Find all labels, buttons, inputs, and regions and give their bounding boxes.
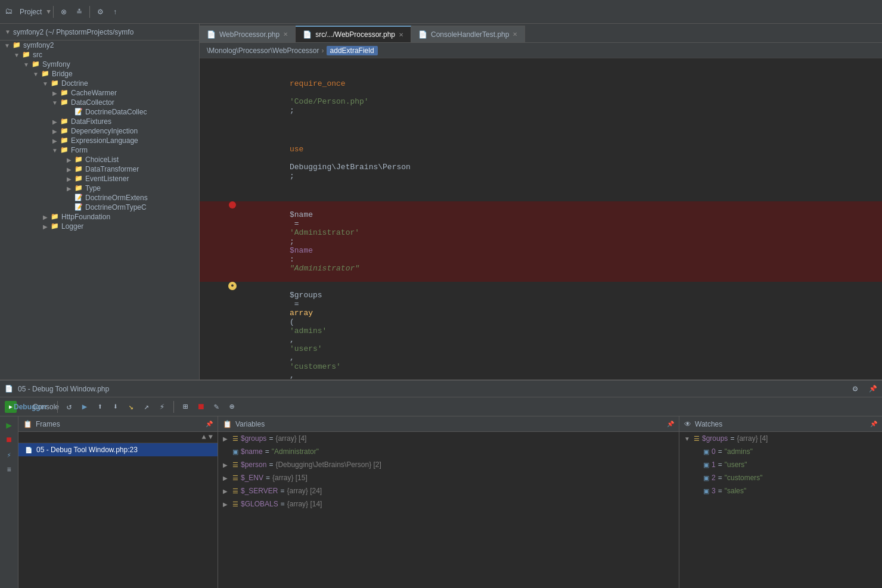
toolbar-btn-settings[interactable]: ⚙ xyxy=(92,7,108,17)
tree-item-ormextens[interactable]: 📝 DoctrineOrmExtens xyxy=(0,193,199,203)
tab-close-1[interactable]: ✕ xyxy=(283,31,288,38)
tab-console[interactable]: Console xyxy=(39,400,52,413)
tree-item-logger[interactable]: ▶ 📁 Logger xyxy=(0,222,199,231)
var-row-person[interactable]: ▶ ☰ $person = {Debugging\JetBrains\Perso… xyxy=(218,458,679,471)
tab-close-3[interactable]: ✕ xyxy=(513,31,517,38)
var-row-globals[interactable]: ▶ ☰ $GLOBALS = {array} [14] xyxy=(218,497,679,511)
frames-pin[interactable]: 📌 xyxy=(206,421,213,427)
var-row-name[interactable]: ▣ $name = "Administrator" xyxy=(218,445,679,458)
tree-item-datafixtures[interactable]: ▶ 📁 DataFixtures xyxy=(0,117,199,126)
watch-expand-groups[interactable]: ▼ xyxy=(684,435,694,442)
variables-pin[interactable]: 📌 xyxy=(667,421,674,427)
tree-item-depinjection[interactable]: ▶ 📁 DependencyInjection xyxy=(0,126,199,136)
watch-row-groups[interactable]: ▼ ☰ $groups = {array} [4] xyxy=(679,432,882,445)
var-str-icon-name: ▣ xyxy=(232,448,238,456)
var-name-groups: $groups xyxy=(241,434,266,443)
sidebar-header: ▼ symfony2 (~/ PhpstormProjects/symfo xyxy=(0,24,199,41)
tree-item-bridge[interactable]: ▼ 📁 Bridge xyxy=(0,69,199,79)
debug-btn-stop[interactable]: ⏹ xyxy=(194,400,207,413)
debug-settings-btn[interactable]: ⚙ xyxy=(849,382,862,396)
debug-btn-stepover[interactable]: ⬆ xyxy=(94,400,107,413)
tree-item-type[interactable]: ▶ 📁 Type xyxy=(0,183,199,193)
tree-arrow-datacollector: ▼ xyxy=(50,99,60,106)
toolbar-separator-1 xyxy=(53,6,54,18)
line-marker-groups[interactable]: ● xyxy=(226,282,238,290)
var-row-server[interactable]: ▶ ☰ $_SERVER = {array} [24] xyxy=(218,484,679,497)
tree-item-doctrine[interactable]: ▼ 📁 Doctrine xyxy=(0,79,199,88)
expand-server[interactable]: ▶ xyxy=(223,488,232,494)
warning-marker-groups: ● xyxy=(228,282,237,290)
tree-arrow-httpfoundation: ▶ xyxy=(41,214,50,220)
tab-close-2[interactable]: ✕ xyxy=(399,32,403,38)
breadcrumb-bar: \Monolog\Processor\WebProcessor › addExt… xyxy=(200,43,882,58)
debug-btn-extra[interactable]: ⚡ xyxy=(156,400,169,413)
var-row-groups[interactable]: ▶ ☰ $groups = {array} [4] xyxy=(218,432,679,445)
tree-item-cachewarmer[interactable]: ▶ 📁 CacheWarmer xyxy=(0,88,199,98)
frames-sort-up[interactable]: ▲ xyxy=(202,433,206,441)
watch-row-1[interactable]: ▣ 1 = "users" xyxy=(679,458,882,471)
tree-item-datacollector[interactable]: ▼ 📁 DataCollector xyxy=(0,98,199,107)
side-btn-run[interactable]: ▶ xyxy=(2,419,15,432)
debug-btn-more[interactable]: ⊕ xyxy=(225,400,238,413)
var-name-person: $person xyxy=(241,461,266,469)
project-menu[interactable]: Project xyxy=(15,7,46,17)
watch-row-2[interactable]: ▣ 2 = "customers" xyxy=(679,471,882,484)
frame-item-0[interactable]: 📄 05 - Debug Tool Window.php:23 xyxy=(18,443,218,456)
line-marker-name[interactable] xyxy=(226,201,238,209)
tree-item-exprlang[interactable]: ▶ 📁 ExpressionLanguage xyxy=(0,136,199,145)
tree-item-eventlistener[interactable]: ▶ 📁 EventListener xyxy=(0,174,199,183)
frames-sort-down[interactable]: ▼ xyxy=(209,433,213,441)
comma-3: , xyxy=(290,371,299,379)
debug-btn-runcursor[interactable]: ↗ xyxy=(140,400,153,413)
debug-btn-rerun[interactable]: ↺ xyxy=(63,400,76,413)
tree-item-doctrinedc[interactable]: 📝 DoctrineDataCollec xyxy=(0,107,199,117)
expand-groups[interactable]: ▶ xyxy=(223,435,232,442)
tree-item-symfony[interactable]: ▼ 📁 Symfony xyxy=(0,60,199,69)
toolbar-btn-pin[interactable]: ≛ xyxy=(72,7,87,17)
debug-btn-frames[interactable]: ⊞ xyxy=(179,400,192,413)
debug-btn-edit[interactable]: ✎ xyxy=(210,400,223,413)
debug-btn-stepout[interactable]: ↘ xyxy=(125,400,138,413)
expand-env[interactable]: ▶ xyxy=(223,475,232,481)
tab-webprocessor[interactable]: 📄 WebProcessor.php ✕ xyxy=(200,26,296,42)
tree-item-src[interactable]: ▼ 📁 src xyxy=(0,50,199,60)
tree-arrow-logger: ▶ xyxy=(41,223,50,230)
side-btn-breakpoints[interactable]: ⚡ xyxy=(2,449,15,462)
tab-bar: 📄 WebProcessor.php ✕ 📄 src/.../WebProces… xyxy=(200,24,882,43)
var-row-env[interactable]: ▶ ☰ $_ENV = {array} [15] xyxy=(218,471,679,484)
tree-item-datatransformer[interactable]: ▶ 📁 DataTransformer xyxy=(0,164,199,174)
code-editor[interactable]: require_once 'Code/Person.php' ; use Deb… xyxy=(200,58,882,379)
tree-label-datafixtures: DataFixtures xyxy=(71,117,111,126)
debug-btn-stepinto[interactable]: ⬇ xyxy=(109,400,122,413)
watch-eq-2: = xyxy=(718,474,722,482)
tree-label-src: src xyxy=(33,51,42,59)
toolbar-btn-close[interactable]: ⊗ xyxy=(56,7,72,17)
tab-src-webprocessor[interactable]: 📄 src/.../WebProcessor.php ✕ xyxy=(296,26,411,42)
str-administrator: 'Administrator' xyxy=(290,228,359,237)
variables-header: 📋 Variables 📌 xyxy=(218,416,679,432)
tree-item-ormtypec[interactable]: 📝 DoctrineOrmTypeC xyxy=(0,203,199,212)
debug-file-icon: 📄 xyxy=(5,385,13,393)
tree-arrow-eventlistener: ▶ xyxy=(64,176,74,182)
breakpoint-name[interactable] xyxy=(229,201,236,209)
tree-item-httpfoundation[interactable]: ▶ 📁 HttpFoundation xyxy=(0,212,199,222)
tree-item-choicelist[interactable]: ▶ 📁 ChoiceList xyxy=(0,155,199,164)
watches-pin[interactable]: 📌 xyxy=(870,421,877,427)
expand-person[interactable]: ▶ xyxy=(223,462,232,468)
tree-item-symfony2[interactable]: ▼ 📁 symfony2 xyxy=(0,41,199,50)
watch-row-3[interactable]: ▣ 3 = "sales" xyxy=(679,484,882,497)
debug-btn-resume[interactable]: ▶ xyxy=(78,400,91,413)
var-arr-icon-server: ☰ xyxy=(232,487,238,495)
tree-label-type: Type xyxy=(85,184,101,192)
watch-row-0[interactable]: ▣ 0 = "admins" xyxy=(679,445,882,458)
debug-titlebar: 📄 05 - Debug Tool Window.php ⚙ 📌 xyxy=(0,381,882,397)
expand-globals[interactable]: ▶ xyxy=(223,501,232,508)
toolbar-btn-expand[interactable]: ↑ xyxy=(108,7,122,17)
side-btn-stop[interactable]: ■ xyxy=(2,434,15,447)
tree-item-form[interactable]: ▼ 📁 Form xyxy=(0,145,199,155)
var-eq-name: = xyxy=(265,447,269,456)
debug-pin-btn[interactable]: 📌 xyxy=(869,385,877,393)
tab-consolehandler[interactable]: 📄 ConsoleHandlerTest.php ✕ xyxy=(411,26,525,42)
side-btn-layout[interactable]: ≡ xyxy=(2,463,15,477)
toolbar-separator-2 xyxy=(89,6,90,18)
